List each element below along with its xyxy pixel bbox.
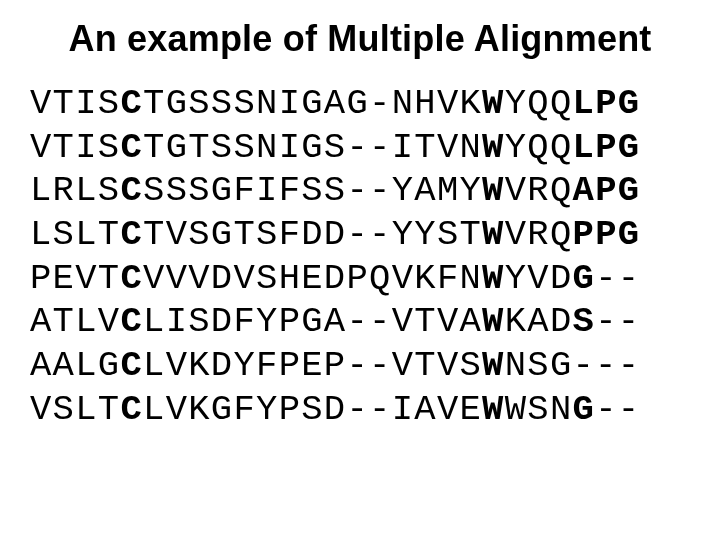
alignment-row: AALGCLVKDYFPEP--VTVSWNSG---: [30, 344, 720, 388]
alignment-row: PEVTCVVVDVSHEDPQVKFNWYVDG--: [30, 257, 720, 301]
alignment-block: VTISCTGSSSNIGAG-NHVKWYQQLPGVTISCTGTSSNIG…: [0, 82, 720, 431]
alignment-row: VTISCTGTSSNIGS--ITVNWYQQLPG: [30, 126, 720, 170]
alignment-row: VSLTCLVKGFYPSD--IAVEWWSNG--: [30, 388, 720, 432]
slide: An example of Multiple Alignment VTISCTG…: [0, 0, 720, 540]
slide-title: An example of Multiple Alignment: [0, 18, 720, 60]
alignment-row: ATLVCLISDFYPGA--VTVAWKADS--: [30, 300, 720, 344]
alignment-row: LSLTCTVSGTSFDD--YYSTWVRQPPG: [30, 213, 720, 257]
alignment-row: LRLSCSSSGFIFSS--YAMYWVRQAPG: [30, 169, 720, 213]
alignment-row: VTISCTGSSSNIGAG-NHVKWYQQLPG: [30, 82, 720, 126]
